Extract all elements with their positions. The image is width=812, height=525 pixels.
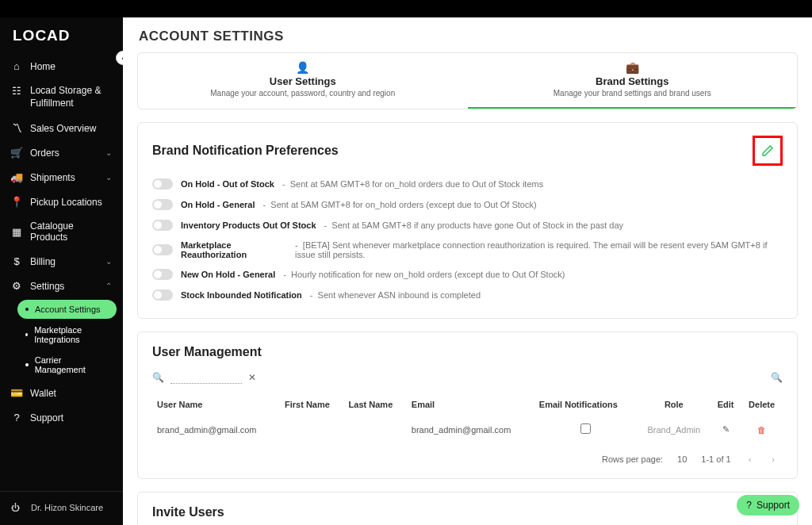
- sidebar-sub-marketplace[interactable]: Marketplace Integrations: [17, 320, 117, 349]
- sidebar-item-shipments[interactable]: 🚚Shipments⌄: [0, 165, 123, 190]
- cell-role: Brand_Admin: [638, 416, 710, 443]
- search-input[interactable]: [170, 370, 242, 384]
- card-title: User Management: [152, 345, 783, 359]
- sidebar-item-label: Wallet: [30, 388, 56, 399]
- sidebar-item-label: Account Settings: [35, 305, 101, 314]
- user-management-card: User Management 🔍 ✕ 🔍 User NameFirst Nam…: [137, 331, 798, 479]
- support-label: Support: [756, 500, 790, 511]
- sidebar: LOCAD ‹ ⌂Home ☷Locad Storage & Fulfillme…: [0, 17, 123, 525]
- toggle-switch[interactable]: [152, 178, 173, 190]
- sidebar-item-storage[interactable]: ☷Locad Storage & Fulfillment: [0, 79, 123, 116]
- notification-pref-row: Stock Inbounded Notification- Sent whene…: [152, 285, 783, 305]
- cell-email: brand_admin@gmail.com: [407, 416, 534, 443]
- sidebar-item-label: Settings: [30, 281, 64, 292]
- sidebar-item-label: Support: [30, 412, 63, 423]
- search-icon[interactable]: 🔍: [771, 372, 783, 383]
- help-icon: ?: [11, 412, 22, 423]
- sidebar-item-billing[interactable]: $Billing⌄: [0, 249, 123, 274]
- next-page-button[interactable]: ›: [768, 454, 778, 464]
- truck-icon: 🚚: [11, 171, 22, 183]
- sidebar-item-pickup[interactable]: 📍Pickup Locations: [0, 190, 123, 214]
- sidebar-item-home[interactable]: ⌂Home: [0, 54, 123, 79]
- support-button[interactable]: ? Support: [737, 495, 799, 515]
- pref-title: On Hold - General: [181, 200, 255, 209]
- pref-desc: - Hourly notification for new on_hold or…: [283, 270, 565, 279]
- delete-icon[interactable]: 🗑: [757, 425, 766, 435]
- tab-title: User Settings: [147, 75, 458, 87]
- rows-per-page-label: Rows per page:: [602, 454, 663, 464]
- dot-icon: [25, 333, 28, 336]
- tab-user-settings[interactable]: 👤 User Settings Manage your account, pas…: [138, 53, 468, 109]
- toggle-switch[interactable]: [152, 289, 173, 301]
- clear-icon[interactable]: ✕: [248, 372, 256, 383]
- table-row: brand_admin@gmail.com brand_admin@gmail.…: [152, 416, 783, 443]
- page-range: 1-1 of 1: [701, 454, 730, 464]
- sidebar-item-label: Billing: [30, 256, 56, 267]
- tab-title: Brand Settings: [477, 75, 788, 87]
- cart-icon: 🛒: [11, 147, 22, 159]
- cell-username: brand_admin@gmail.com: [152, 416, 280, 443]
- home-icon: ⌂: [11, 60, 22, 72]
- sidebar-item-settings[interactable]: ⚙Settings⌃: [0, 274, 123, 298]
- logo: LOCAD: [0, 17, 123, 52]
- tab-desc: Manage your account, password, country a…: [147, 89, 458, 98]
- edit-icon[interactable]: ✎: [722, 424, 730, 434]
- pref-title: Stock Inbounded Notification: [181, 290, 302, 300]
- user-icon: 👤: [147, 61, 458, 74]
- pencil-icon[interactable]: [761, 144, 774, 157]
- help-icon: ?: [746, 500, 752, 511]
- pref-title: Inventory Products Out Of Stock: [181, 220, 316, 230]
- sidebar-item-catalogue[interactable]: ▦Catalogue Products: [0, 214, 123, 249]
- notification-pref-row: On Hold - Out of Stock- Sent at 5AM GMT+…: [152, 174, 783, 194]
- cell-last: [344, 416, 407, 443]
- table-header: Delete: [741, 393, 783, 416]
- pref-desc: - [BETA] Sent whenever marketplace conne…: [295, 240, 783, 259]
- chevron-up-icon: ⌃: [105, 282, 112, 290]
- table-header: Role: [638, 393, 710, 416]
- briefcase-icon: 💼: [477, 61, 788, 74]
- chevron-down-icon: ⌄: [105, 257, 112, 266]
- email-notif-checkbox[interactable]: [580, 423, 591, 434]
- tab-brand-settings[interactable]: 💼 Brand Settings Manage your brand setti…: [468, 53, 798, 109]
- card-title: Invite Users: [152, 505, 783, 519]
- sidebar-item-label: Locad Storage & Fulfillment: [30, 85, 112, 109]
- search-icon[interactable]: 🔍: [152, 372, 164, 383]
- sidebar-item-wallet[interactable]: 💳Wallet: [0, 381, 123, 405]
- notification-pref-row: On Hold - General- Sent at 5AM GMT+8 for…: [152, 194, 783, 215]
- notification-pref-row: Marketplace Reauthorization- [BETA] Sent…: [152, 236, 783, 264]
- gear-icon: ⚙: [11, 280, 22, 292]
- dot-icon: [25, 308, 29, 311]
- calendar-icon: ▦: [11, 226, 22, 238]
- settings-tabs: 👤 User Settings Manage your account, pas…: [137, 52, 798, 109]
- sidebar-item-label: Pickup Locations: [30, 197, 102, 208]
- table-header: Edit: [710, 393, 741, 416]
- table-header: First Name: [280, 393, 344, 416]
- prev-page-button[interactable]: ‹: [745, 454, 755, 464]
- sidebar-sub-account-settings[interactable]: Account Settings: [17, 300, 117, 319]
- sidebar-item-support[interactable]: ?Support: [0, 405, 123, 430]
- toggle-switch[interactable]: [152, 244, 173, 255]
- chevron-down-icon: ⌄: [105, 173, 112, 182]
- user-name: Dr. Hizon Skincare: [31, 503, 103, 512]
- main-content: ACCOUNT SETTINGS 👤 User Settings Manage …: [123, 17, 812, 525]
- pref-title: Marketplace Reauthorization: [181, 240, 287, 259]
- cell-first: [280, 416, 344, 443]
- sidebar-item-label: Orders: [30, 148, 59, 159]
- table-header: Last Name: [344, 393, 407, 416]
- power-icon[interactable]: ⏻: [11, 503, 20, 512]
- rows-per-page-select[interactable]: 10: [677, 454, 687, 464]
- toggle-switch[interactable]: [152, 269, 173, 280]
- sidebar-sub-carrier[interactable]: Carrier Management: [17, 351, 117, 379]
- dot-icon: [25, 363, 29, 366]
- pin-icon: 📍: [11, 196, 22, 208]
- sidebar-footer: ⏻ Dr. Hizon Skincare: [0, 491, 123, 525]
- pref-title: On Hold - Out of Stock: [181, 179, 274, 189]
- notification-pref-row: New On Hold - General- Hourly notificati…: [152, 264, 783, 285]
- toggle-switch[interactable]: [152, 199, 173, 210]
- pref-desc: - Sent at 5AM GMT+8 if any products have…: [324, 220, 624, 230]
- toggle-switch[interactable]: [152, 220, 173, 231]
- edit-highlighted: [753, 136, 783, 166]
- invite-users-card: Invite Users Email Address Role Send Inv…: [137, 492, 798, 525]
- sidebar-item-orders[interactable]: 🛒Orders⌄: [0, 140, 123, 165]
- sidebar-item-sales[interactable]: 〽Sales Overview: [0, 116, 123, 140]
